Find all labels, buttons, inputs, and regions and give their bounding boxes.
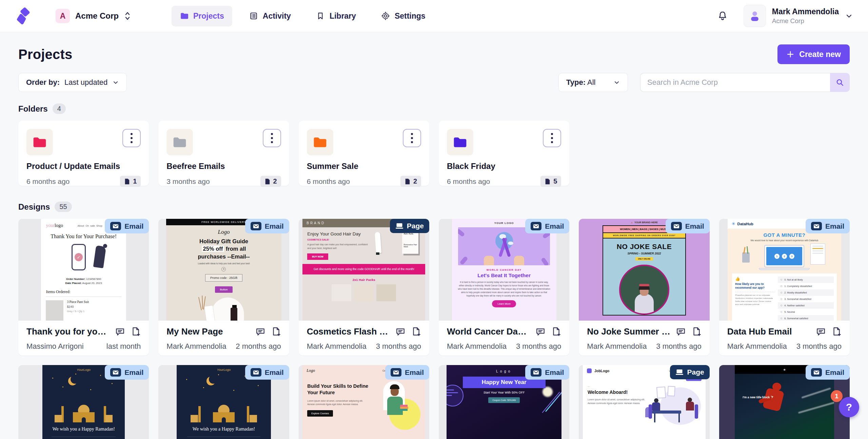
design-time: 3 months ago xyxy=(656,342,701,351)
design-card[interactable]: YOUR LOGO WORLD CANCER DAY Let's Beat It… xyxy=(439,219,569,356)
folder-icon xyxy=(166,129,193,155)
folder-menu-button[interactable] xyxy=(543,129,561,147)
comments-icon[interactable] xyxy=(676,327,686,337)
design-card[interactable]: ▲YOUR BRAND HERE WOMEN | MEN | BAGS | SH… xyxy=(579,219,709,356)
folder-menu-button[interactable] xyxy=(263,129,281,147)
design-card[interactable]: BRAND Enjoy Your Good Hair Day COSMETICS… xyxy=(299,219,429,356)
tab-settings[interactable]: Settings xyxy=(373,6,434,26)
tab-library[interactable]: Library xyxy=(308,6,364,26)
user-name: Mark Ammendolia xyxy=(772,7,839,16)
comments-icon[interactable] xyxy=(255,327,265,337)
design-card[interactable]: LogoCourses Info About Teachers Ev Build… xyxy=(299,365,429,439)
beefree-logo[interactable] xyxy=(15,6,34,25)
design-card[interactable]: YourLogo We wish you a Happy Ramadan! ★ … xyxy=(158,365,289,439)
designs-heading: Designs xyxy=(18,202,50,212)
duplicate-icon[interactable] xyxy=(131,327,141,337)
design-card[interactable]: YourLogo We wish you a Happy Ramadan! Em… xyxy=(18,365,149,439)
type-dropdown[interactable]: Type: All xyxy=(558,73,628,92)
workspace-selector[interactable]: A Acme Corp xyxy=(56,9,131,23)
comments-icon[interactable] xyxy=(816,327,826,337)
duplicate-icon[interactable] xyxy=(551,327,561,337)
email-icon xyxy=(811,368,822,377)
folder-icon xyxy=(180,12,189,20)
duplicate-icon[interactable] xyxy=(411,327,421,337)
folder-card[interactable]: Black Friday 6 months ago 5 xyxy=(439,121,569,186)
design-author: Mark Ammendolia xyxy=(307,342,367,351)
email-icon xyxy=(671,222,682,230)
design-type-badge: Email xyxy=(806,219,850,233)
model-photo xyxy=(619,265,669,315)
design-type-badge: Email xyxy=(385,365,429,380)
email-icon xyxy=(391,368,401,377)
design-type-badge: Email xyxy=(105,219,149,233)
create-new-button[interactable]: Create new xyxy=(777,44,850,64)
email-icon xyxy=(110,368,121,377)
folder-docs-badge: 1 xyxy=(120,176,141,187)
design-card[interactable]: FREE WORLDWIDE DELIVERY Logo Holiday Gif… xyxy=(158,219,289,356)
comments-icon[interactable] xyxy=(535,327,546,337)
tab-activity[interactable]: Activity xyxy=(241,6,299,26)
designs-grid: yourlogoAbout On sale Shop• • Thank You … xyxy=(18,219,850,439)
type-label: Type: xyxy=(566,78,586,87)
email-icon xyxy=(531,222,541,230)
design-title: Cosmetics Flash Sale xyxy=(307,326,391,337)
tab-label: Projects xyxy=(193,12,224,21)
comments-icon[interactable] xyxy=(115,327,125,337)
design-card[interactable]: yourlogoAbout On sale Shop• • Thank You … xyxy=(18,219,149,356)
duplicate-icon[interactable] xyxy=(691,327,702,337)
product-photo xyxy=(46,300,63,321)
football-photo: 7 I'm a new title block xyxy=(735,374,834,439)
folder-icon xyxy=(307,129,333,155)
design-card[interactable]: Logo Happy New Year Start Your Year With… xyxy=(439,365,569,439)
folder-icon xyxy=(447,129,473,155)
order-by-value: Last updated xyxy=(64,78,107,87)
search-input[interactable] xyxy=(640,73,830,92)
thumbs-up-icon: 👍 xyxy=(735,276,774,281)
activity-list-icon xyxy=(249,12,258,20)
folder-card[interactable]: Product / Update Emails 6 months ago 1 xyxy=(18,121,149,186)
folder-menu-button[interactable] xyxy=(122,129,141,147)
plus-icon xyxy=(786,50,794,58)
notifications-bell-icon[interactable] xyxy=(717,11,728,21)
file-icon xyxy=(264,178,270,185)
tab-projects[interactable]: Projects xyxy=(172,6,232,26)
folder-card[interactable]: Summer Sale 6 months ago 2 xyxy=(299,121,429,186)
survey-illustration: 123 xyxy=(728,244,841,273)
comments-icon[interactable] xyxy=(395,327,406,337)
user-menu[interactable]: Mark Ammendolia Acme Corp xyxy=(744,5,853,27)
order-by-dropdown[interactable]: Order by: Last updated xyxy=(18,73,127,92)
design-type-badge: Page xyxy=(670,365,709,379)
tab-label: Activity xyxy=(263,12,291,21)
chevron-down-icon xyxy=(613,79,620,86)
design-card[interactable]: ∗ 7 I'm a new title block ENJOY THE BIG … xyxy=(719,365,850,439)
help-button[interactable]: ? 1 xyxy=(839,397,859,417)
design-author: Mark Ammendolia xyxy=(587,342,647,351)
page-title: Projects xyxy=(18,47,72,62)
workspace-initial-badge: A xyxy=(56,9,70,23)
folder-menu-button[interactable] xyxy=(403,129,421,147)
design-title: My New Page xyxy=(166,326,223,337)
folder-docs-badge: 5 xyxy=(540,176,561,187)
design-time: 3 months ago xyxy=(376,342,421,351)
design-author: Massimo Arrigoni xyxy=(26,342,84,351)
folders-grid: Product / Update Emails 6 months ago 1 B… xyxy=(18,121,850,186)
order-by-label: Order by: xyxy=(26,78,60,87)
design-time: 2 months ago xyxy=(236,342,281,351)
email-icon xyxy=(251,368,261,377)
folder-card[interactable]: Beefree Emails 3 months ago 2 xyxy=(158,121,289,186)
design-author: Mark Ammendolia xyxy=(727,342,787,351)
avatar xyxy=(744,5,766,27)
search-button[interactable] xyxy=(830,73,850,92)
search-icon xyxy=(835,78,844,87)
design-type-badge: Email xyxy=(525,365,569,380)
top-navigation-bar: A Acme Corp Projects Activity xyxy=(0,0,868,32)
design-type-badge: Email xyxy=(245,365,289,380)
duplicate-icon[interactable] xyxy=(831,327,842,337)
type-value: All xyxy=(587,78,595,87)
design-title: Data Hub Email xyxy=(727,326,792,337)
duplicate-icon[interactable] xyxy=(271,327,281,337)
tab-label: Settings xyxy=(395,12,426,21)
design-type-badge: Email xyxy=(105,365,149,380)
design-card[interactable]: JobLogoLog In Find Job Post a Job Job — … xyxy=(579,365,709,439)
design-card[interactable]: ✳DataHubYour data, an GOT A MINUTE? We w… xyxy=(719,219,850,356)
